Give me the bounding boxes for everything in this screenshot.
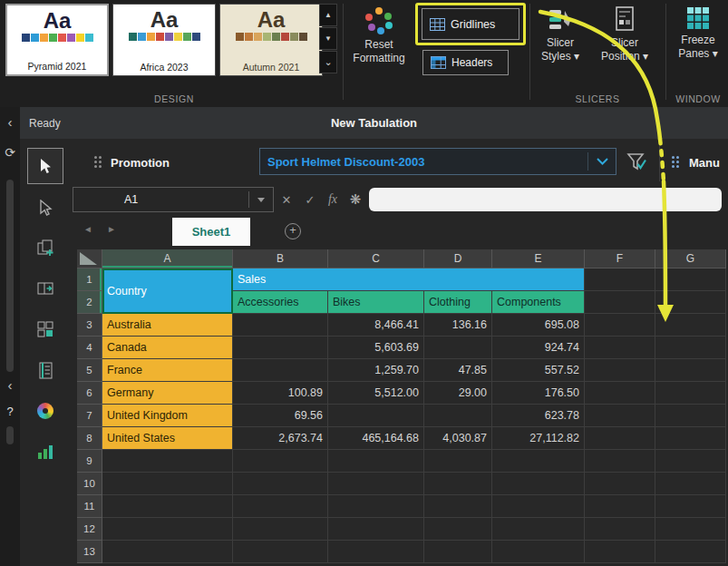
collapse-left-chevron-icon[interactable]: ‹: [0, 114, 20, 130]
cell-B7[interactable]: 69.56: [233, 405, 328, 427]
cell-B4[interactable]: [233, 337, 328, 359]
row-header-13[interactable]: 13: [77, 541, 102, 563]
theme-card-autumn-2021[interactable]: Aa Autumn 2021: [219, 4, 323, 76]
cell-G4[interactable]: [655, 337, 726, 359]
row-header-12[interactable]: 12: [77, 518, 102, 541]
promotion-slicer-dropdown[interactable]: Sport Helmet Discount-2003: [259, 148, 616, 175]
cell-E3[interactable]: 695.08: [492, 314, 585, 337]
rail-scrollbar[interactable]: [6, 180, 14, 372]
select-tool-button[interactable]: [27, 148, 63, 184]
freeze-panes-button[interactable]: Freeze Panes ▾: [669, 2, 727, 61]
cell-G6[interactable]: [655, 382, 726, 405]
column-header-D[interactable]: D: [424, 249, 492, 268]
cell-A8[interactable]: United States: [102, 427, 233, 450]
cell-G8[interactable]: [655, 427, 726, 450]
row-header-6[interactable]: 6: [77, 382, 102, 405]
column-header-G[interactable]: G: [655, 249, 726, 268]
cell-A4[interactable]: Canada: [102, 337, 233, 359]
cell-C11[interactable]: [328, 495, 424, 518]
cell-E2[interactable]: Components: [492, 291, 585, 314]
cell-B6[interactable]: 100.89: [233, 382, 328, 405]
slicer-filter-button[interactable]: [626, 151, 647, 177]
cell-F8[interactable]: [585, 427, 655, 450]
sheet-tab-sheet1[interactable]: Sheet1: [172, 218, 250, 246]
row-header-11[interactable]: 11: [77, 495, 102, 518]
cell-G5[interactable]: [655, 359, 726, 382]
cell-D11[interactable]: [424, 495, 492, 518]
layout-blocks-tool-button[interactable]: [27, 311, 63, 347]
cell-E4[interactable]: 924.74: [492, 337, 585, 359]
cell-C12[interactable]: [328, 518, 424, 541]
cell-F1[interactable]: [585, 268, 655, 291]
cell-D13[interactable]: [424, 541, 492, 563]
cell-E8[interactable]: 27,112.82: [492, 427, 585, 450]
column-header-C[interactable]: C: [328, 249, 424, 268]
cell-G13[interactable]: [655, 541, 726, 563]
cell-D7[interactable]: [424, 405, 492, 427]
next-sheet-button[interactable]: ►: [107, 224, 116, 234]
cell-B3[interactable]: [233, 314, 328, 337]
row-header-4[interactable]: 4: [77, 337, 102, 359]
cell-C5[interactable]: 1,259.70: [328, 359, 424, 382]
row-header-5[interactable]: 5: [77, 359, 102, 382]
cell-A9[interactable]: [102, 450, 233, 473]
cell-F5[interactable]: [585, 359, 655, 382]
cell-B8[interactable]: 2,673.74: [233, 427, 328, 450]
cell-F12[interactable]: [585, 518, 655, 541]
cell-D4[interactable]: [424, 337, 492, 359]
chevron-down-icon[interactable]: [588, 158, 616, 165]
cell-E10[interactable]: [492, 473, 585, 495]
add-sheet-button[interactable]: +: [285, 223, 301, 239]
cell-A12[interactable]: [102, 518, 233, 541]
cell-D2[interactable]: Clothing: [424, 291, 492, 314]
cell-D9[interactable]: [424, 450, 492, 473]
cell-G10[interactable]: [655, 473, 726, 495]
cell-C9[interactable]: [328, 450, 424, 473]
cell-A1-country[interactable]: Country: [102, 268, 233, 314]
cell-F9[interactable]: [585, 450, 655, 473]
cell-G2[interactable]: [655, 291, 726, 314]
confirm-entry-button[interactable]: ✓: [300, 189, 320, 210]
cell-C2[interactable]: Bikes: [328, 291, 424, 314]
select-all-corner[interactable]: [77, 249, 102, 268]
insert-function-button[interactable]: fx: [323, 189, 343, 210]
cell-F10[interactable]: [585, 473, 655, 495]
cell-E9[interactable]: [492, 450, 585, 473]
headers-toggle-button[interactable]: Headers: [422, 50, 509, 75]
refresh-icon[interactable]: ⟳: [0, 145, 20, 160]
cell-A11[interactable]: [102, 495, 233, 518]
column-header-F[interactable]: F: [585, 249, 655, 268]
data-table-tool-button[interactable]: [27, 352, 63, 388]
cell-G7[interactable]: [655, 405, 726, 427]
cell-A6[interactable]: Germany: [102, 382, 233, 405]
cell-F4[interactable]: [585, 337, 655, 359]
ai-assist-button[interactable]: ❋: [345, 189, 365, 210]
row-header-3[interactable]: 3: [77, 314, 102, 337]
color-theme-tool-button[interactable]: [27, 393, 63, 429]
row-header-1[interactable]: 1: [77, 268, 102, 291]
manufacturer-drag-handle[interactable]: [672, 156, 679, 168]
chart-tool-button[interactable]: [27, 434, 63, 470]
cell-F11[interactable]: [585, 495, 655, 518]
cell-D5[interactable]: 47.85: [424, 359, 492, 382]
cell-D8[interactable]: 4,030.87: [424, 427, 492, 450]
cell-E11[interactable]: [492, 495, 585, 518]
theme-gallery-more-icon[interactable]: ⌄: [319, 51, 337, 73]
cell-E13[interactable]: [492, 541, 585, 563]
cell-D3[interactable]: 136.16: [424, 314, 492, 337]
column-header-B[interactable]: B: [233, 249, 328, 268]
theme-gallery-up-icon[interactable]: ▲: [319, 4, 337, 26]
cell-E6[interactable]: 176.50: [492, 382, 585, 405]
cursor-alt-tool-button[interactable]: [27, 190, 63, 226]
cell-G12[interactable]: [655, 518, 726, 541]
cell-D12[interactable]: [424, 518, 492, 541]
cell-C7[interactable]: [328, 405, 424, 427]
column-header-E[interactable]: E: [492, 249, 585, 268]
theme-gallery-down-icon[interactable]: ▼: [319, 27, 337, 50]
cell-C6[interactable]: 5,512.00: [328, 382, 424, 405]
cell-E12[interactable]: [492, 518, 585, 541]
cell-B5[interactable]: [233, 359, 328, 382]
cell-C3[interactable]: 8,466.41: [328, 314, 424, 337]
cell-D10[interactable]: [424, 473, 492, 495]
promotion-drag-handle[interactable]: [94, 156, 102, 168]
